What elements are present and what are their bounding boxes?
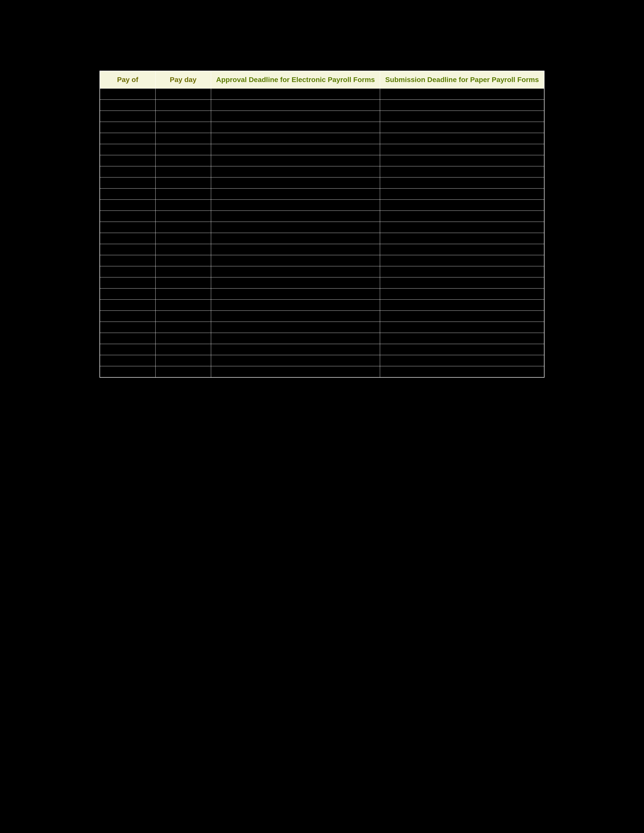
pay-of-cell xyxy=(100,288,155,300)
approval-cell xyxy=(211,111,380,122)
pay-of-cell xyxy=(100,233,155,244)
approval-cell xyxy=(211,211,380,222)
submission-cell xyxy=(380,144,544,155)
pay-of-cell xyxy=(100,222,155,233)
pay-day-cell xyxy=(155,155,211,166)
pay-day-cell xyxy=(155,166,211,177)
approval-cell xyxy=(211,88,380,100)
pay-of-cell xyxy=(100,188,155,199)
submission-cell xyxy=(380,111,544,122)
table-row xyxy=(100,100,544,111)
pay-day-cell xyxy=(155,100,211,111)
pay-of-cell xyxy=(100,322,155,333)
pay-of-cell xyxy=(100,344,155,355)
pay-day-cell xyxy=(155,366,211,377)
table-row xyxy=(100,177,544,188)
pay-day-cell xyxy=(155,144,211,155)
approval-cell xyxy=(211,222,380,233)
pay-day-cell xyxy=(155,344,211,355)
pay-day-cell xyxy=(155,188,211,199)
table-row xyxy=(100,300,544,311)
table-header-row: Pay of Pay day Approval Deadline for Ele… xyxy=(100,71,544,88)
approval-cell xyxy=(211,100,380,111)
pay-day-cell xyxy=(155,311,211,322)
pay-day-cell xyxy=(155,88,211,100)
approval-cell xyxy=(211,233,380,244)
submission-deadline-header: Submission Deadline for Paper Payroll Fo… xyxy=(380,71,544,88)
pay-day-cell xyxy=(155,244,211,255)
table-row xyxy=(100,333,544,344)
approval-cell xyxy=(211,355,380,366)
pay-day-cell xyxy=(155,199,211,211)
pay-of-cell xyxy=(100,277,155,288)
approval-cell xyxy=(211,344,380,355)
submission-cell xyxy=(380,222,544,233)
pay-of-cell xyxy=(100,199,155,211)
submission-cell xyxy=(380,355,544,366)
payroll-schedule-table: Pay of Pay day Approval Deadline for Ele… xyxy=(100,71,544,378)
pay-day-cell xyxy=(155,288,211,300)
table-row xyxy=(100,233,544,244)
table-row xyxy=(100,277,544,288)
approval-cell xyxy=(211,144,380,155)
submission-cell xyxy=(380,100,544,111)
table-row xyxy=(100,122,544,133)
pay-day-cell xyxy=(155,322,211,333)
approval-cell xyxy=(211,311,380,322)
pay-day-cell xyxy=(155,111,211,122)
submission-cell xyxy=(380,322,544,333)
table-row xyxy=(100,188,544,199)
table-row xyxy=(100,166,544,177)
submission-cell xyxy=(380,188,544,199)
table-row xyxy=(100,222,544,233)
pay-day-cell xyxy=(155,266,211,277)
pay-of-cell xyxy=(100,177,155,188)
table-row xyxy=(100,244,544,255)
approval-cell xyxy=(211,244,380,255)
submission-cell xyxy=(380,211,544,222)
table-row xyxy=(100,266,544,277)
table-row xyxy=(100,344,544,355)
table-body xyxy=(100,88,544,377)
pay-of-cell xyxy=(100,144,155,155)
pay-day-cell xyxy=(155,233,211,244)
pay-of-cell xyxy=(100,355,155,366)
table-row xyxy=(100,144,544,155)
pay-of-cell xyxy=(100,255,155,266)
submission-cell xyxy=(380,366,544,377)
submission-cell xyxy=(380,233,544,244)
approval-cell xyxy=(211,166,380,177)
pay-of-cell xyxy=(100,266,155,277)
table-row xyxy=(100,211,544,222)
pay-day-cell xyxy=(155,355,211,366)
pay-of-cell xyxy=(100,366,155,377)
submission-cell xyxy=(380,311,544,322)
approval-cell xyxy=(211,133,380,144)
pay-of-cell xyxy=(100,88,155,100)
approval-cell xyxy=(211,322,380,333)
pay-of-cell xyxy=(100,166,155,177)
submission-cell xyxy=(380,177,544,188)
pay-day-cell xyxy=(155,300,211,311)
pay-of-cell xyxy=(100,211,155,222)
pay-of-cell xyxy=(100,100,155,111)
pay-day-cell xyxy=(155,211,211,222)
pay-of-cell xyxy=(100,311,155,322)
approval-cell xyxy=(211,333,380,344)
pay-day-cell xyxy=(155,255,211,266)
table-row xyxy=(100,255,544,266)
approval-deadline-header: Approval Deadline for Electronic Payroll… xyxy=(211,71,380,88)
submission-cell xyxy=(380,344,544,355)
main-container: Pay of Pay day Approval Deadline for Ele… xyxy=(100,71,544,378)
approval-cell xyxy=(211,366,380,377)
pay-day-cell xyxy=(155,133,211,144)
pay-of-cell xyxy=(100,122,155,133)
pay-day-cell xyxy=(155,222,211,233)
submission-cell xyxy=(380,88,544,100)
pay-of-cell xyxy=(100,111,155,122)
approval-cell xyxy=(211,255,380,266)
pay-day-cell xyxy=(155,333,211,344)
pay-of-cell xyxy=(100,133,155,144)
table-row xyxy=(100,355,544,366)
table-row xyxy=(100,366,544,377)
